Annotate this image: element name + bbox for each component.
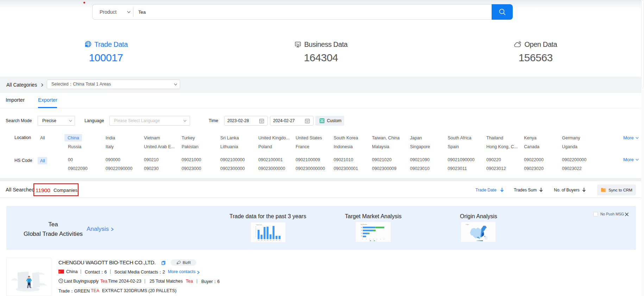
svg-text:Top Markets: Top Markets [360, 224, 367, 225]
svg-text:Trade Data: Trade Data [256, 224, 262, 226]
svg-text:Origin: Origin [466, 224, 469, 225]
svg-text:xxx: xxx [371, 240, 373, 241]
svg-text:xxx: xxx [375, 240, 377, 241]
